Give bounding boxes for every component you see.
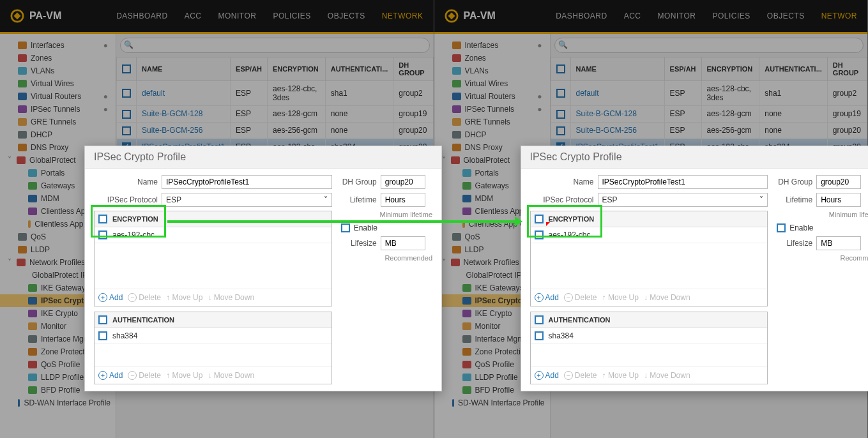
add-button[interactable]: +Add [98, 371, 123, 380]
select-all-checkbox[interactable] [556, 64, 565, 73]
nav-tab-policies[interactable]: POLICIES [273, 11, 310, 20]
col-name[interactable]: NAME [570, 57, 664, 81]
enc-row[interactable]: aes-192-cbc [95, 227, 331, 243]
life-input[interactable] [381, 193, 425, 207]
sidebar-item-virtual-routers[interactable]: Virtual Routers ● [434, 90, 550, 103]
table-row[interactable]: default ESP aes-128-cbc, 3des sha1 group… [117, 81, 434, 106]
move-up-button[interactable]: ↑ Move Up [602, 293, 639, 302]
dh-input[interactable] [816, 175, 861, 189]
enc-select-all[interactable] [535, 215, 544, 223]
name-input[interactable] [162, 175, 332, 189]
auth-row-checkbox[interactable] [98, 331, 107, 340]
profile-name-link[interactable]: default [576, 89, 599, 98]
col-name[interactable]: NAME [137, 57, 231, 81]
delete-button[interactable]: −Delete [128, 371, 161, 380]
move-up-button[interactable]: ↑ Move Up [602, 371, 639, 380]
table-row[interactable]: Suite-B-GCM-256 ESP aes-256-gcm none gro… [551, 122, 867, 139]
move-down-button[interactable]: ↓ Move Down [208, 293, 254, 302]
profile-name-link[interactable]: default [142, 89, 165, 98]
enc-row-checkbox[interactable] [98, 230, 107, 239]
sidebar-item-dhcp[interactable]: DHCP [434, 128, 550, 141]
sidebar-item-interfaces[interactable]: Interfaces ● [0, 39, 116, 52]
row-checkbox[interactable] [556, 126, 565, 135]
auth-row[interactable]: sha384 [95, 328, 331, 344]
auth-select-all[interactable] [535, 315, 544, 324]
auth-row-checkbox[interactable] [535, 331, 544, 340]
row-checkbox[interactable] [556, 110, 565, 119]
nav-tab-objects[interactable]: OBJECTS [328, 11, 365, 20]
nav-tab-dashboard[interactable]: DASHBOARD [556, 11, 607, 20]
sidebar-item-interfaces[interactable]: Interfaces ● [434, 39, 550, 52]
col-authenticati[interactable]: AUTHENTICATI... [325, 57, 393, 81]
table-row[interactable]: Suite-B-GCM-128 ESP aes-128-gcm none gro… [551, 106, 867, 123]
sidebar-item-zones[interactable]: Zones [434, 52, 550, 64]
nav-tab-acc[interactable]: ACC [185, 11, 202, 20]
table-row[interactable]: default ESP aes-128-cbc, 3des sha1 group… [551, 81, 867, 106]
enc-select-all[interactable] [98, 215, 107, 223]
proto-select[interactable]: ESP˅ [162, 193, 332, 207]
enable-checkbox[interactable] [777, 223, 786, 232]
delete-button[interactable]: −Delete [128, 293, 161, 302]
sidebar-item-sd-wan-interface-profile[interactable]: SD-WAN Interface Profile [0, 396, 116, 409]
col-espah[interactable]: ESP/AH [231, 57, 268, 81]
col-encryption[interactable]: ENCRYPTION [268, 57, 326, 81]
row-checkbox[interactable] [122, 110, 131, 119]
sidebar-item-virtual-routers[interactable]: Virtual Routers ● [0, 90, 116, 103]
sidebar-item-vlans[interactable]: VLANs [0, 64, 116, 77]
enc-row[interactable]: aes-192-cbc [531, 227, 768, 243]
sidebar-item-vlans[interactable]: VLANs [434, 64, 550, 77]
table-row[interactable]: Suite-B-GCM-128 ESP aes-128-gcm none gro… [117, 106, 434, 123]
profile-name-link[interactable]: Suite-B-GCM-128 [576, 109, 637, 118]
add-button[interactable]: +Add [535, 293, 559, 302]
move-up-button[interactable]: ↑ Move Up [166, 293, 202, 302]
nav-tab-network[interactable]: NETWOR [821, 11, 857, 20]
lifesize-input[interactable] [816, 236, 861, 250]
col-espah[interactable]: ESP/AH [664, 57, 701, 81]
nav-tab-monitor[interactable]: MONITOR [658, 11, 696, 20]
enc-row-checkbox[interactable] [535, 230, 544, 239]
sidebar-item-zones[interactable]: Zones [0, 52, 116, 64]
nav-tab-network[interactable]: NETWORK [382, 11, 423, 20]
sidebar-item-virtual-wires[interactable]: Virtual Wires [434, 77, 550, 90]
sidebar-item-dhcp[interactable]: DHCP [0, 128, 116, 141]
add-button[interactable]: +Add [535, 371, 559, 380]
chevron-down-icon[interactable]: ˅ [6, 156, 13, 165]
sidebar-item-ipsec-tunnels[interactable]: IPSec Tunnels ● [0, 103, 116, 116]
lifesize-input[interactable] [381, 236, 425, 250]
col-dhgroup[interactable]: DH GROUP [393, 57, 433, 81]
search-input[interactable] [120, 38, 430, 53]
nav-tab-monitor[interactable]: MONITOR [218, 11, 257, 20]
dh-input[interactable] [381, 175, 425, 189]
name-input[interactable] [598, 175, 768, 189]
nav-tab-acc[interactable]: ACC [624, 11, 641, 20]
move-down-button[interactable]: ↓ Move Down [208, 371, 254, 380]
move-down-button[interactable]: ↓ Move Down [644, 371, 690, 380]
row-checkbox[interactable] [122, 126, 131, 135]
move-down-button[interactable]: ↓ Move Down [644, 293, 690, 302]
nav-tab-dashboard[interactable]: DASHBOARD [116, 11, 168, 20]
sidebar-item-gre-tunnels[interactable]: GRE Tunnels [0, 116, 116, 128]
row-checkbox[interactable] [122, 89, 131, 98]
sidebar-item-sd-wan-interface-profile[interactable]: SD-WAN Interface Profile [434, 396, 550, 409]
proto-select[interactable]: ESP˅ [598, 193, 768, 207]
search-input[interactable] [554, 38, 864, 53]
profile-name-link[interactable]: Suite-B-GCM-256 [142, 126, 202, 135]
col-encryption[interactable]: ENCRYPTION [701, 57, 759, 81]
nav-tab-policies[interactable]: POLICIES [712, 11, 750, 20]
sidebar-item-ipsec-tunnels[interactable]: IPSec Tunnels ● [434, 103, 550, 116]
table-row[interactable]: Suite-B-GCM-256 ESP aes-256-gcm none gro… [117, 122, 434, 139]
delete-button[interactable]: −Delete [564, 371, 597, 380]
move-up-button[interactable]: ↑ Move Up [166, 371, 202, 380]
row-checkbox[interactable] [556, 89, 565, 98]
profile-name-link[interactable]: Suite-B-GCM-256 [576, 126, 637, 135]
nav-tab-objects[interactable]: OBJECTS [767, 11, 805, 20]
life-input[interactable] [816, 193, 861, 207]
select-all-checkbox[interactable] [122, 64, 131, 73]
delete-button[interactable]: −Delete [564, 293, 597, 302]
add-button[interactable]: +Add [98, 293, 123, 302]
chevron-down-icon[interactable]: ˅ [6, 258, 13, 267]
enable-checkbox[interactable] [341, 223, 350, 232]
col-dhgroup[interactable]: DH GROUP [827, 57, 867, 81]
sidebar-item-virtual-wires[interactable]: Virtual Wires [0, 77, 116, 90]
sidebar-item-gre-tunnels[interactable]: GRE Tunnels [434, 116, 550, 128]
